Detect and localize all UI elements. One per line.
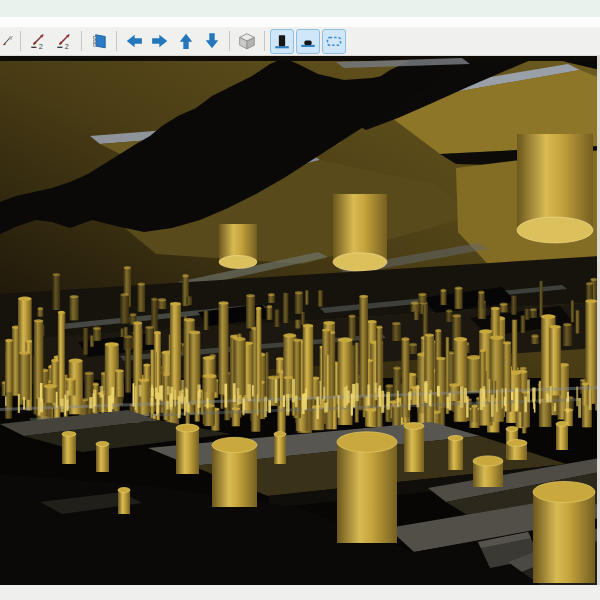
measure-half-icon: 2 (55, 32, 73, 50)
svg-text:2: 2 (65, 42, 69, 50)
measure-y-icon: Y (1, 32, 14, 50)
arrow-left-icon (125, 32, 143, 50)
display-flat-button[interactable] (296, 29, 320, 54)
toolbar-separator (81, 31, 82, 51)
measure-half-icon: 2 (29, 32, 47, 50)
measure-distance-2-button[interactable]: 2 (52, 29, 76, 54)
pan-down-button[interactable] (200, 29, 224, 54)
arrow-down-icon (203, 32, 221, 50)
view-toolbar: Y22 (0, 27, 600, 56)
display-solid-button[interactable] (270, 29, 294, 54)
svg-text:2: 2 (39, 42, 43, 50)
pan-left-button[interactable] (122, 29, 146, 54)
3d-scene (0, 56, 600, 585)
measure-y-button[interactable]: Y (0, 29, 15, 54)
menu-strip (0, 17, 600, 27)
window-top-strip (0, 0, 600, 17)
measure-distance-1-button[interactable]: 2 (26, 29, 50, 54)
component-outline-icon (325, 32, 343, 50)
pan-right-button[interactable] (148, 29, 172, 54)
application-window: Y22 (0, 0, 600, 600)
component-flat-icon (299, 32, 317, 50)
isometric-view-button[interactable] (235, 29, 259, 54)
status-bar (0, 584, 600, 600)
toolbar-separator (229, 31, 230, 51)
layer-stack-button[interactable] (87, 29, 111, 54)
layer-stack-icon (90, 32, 108, 50)
display-outline-button[interactable] (322, 29, 346, 54)
cube-icon (238, 32, 256, 50)
arrow-right-icon (151, 32, 169, 50)
toolbar-separator (264, 31, 265, 51)
component-3d-icon (273, 32, 291, 50)
arrow-up-icon (177, 32, 195, 50)
svg-text:Y: Y (9, 35, 13, 41)
toolbar-separator (116, 31, 117, 51)
toolbar-separator (20, 31, 21, 51)
pan-up-button[interactable] (174, 29, 198, 54)
3d-viewport[interactable] (0, 56, 600, 585)
